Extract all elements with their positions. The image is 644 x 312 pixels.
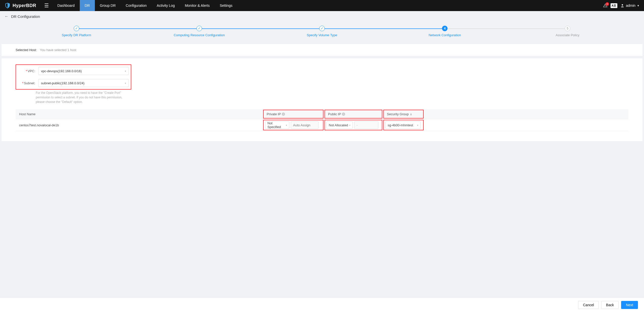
user-menu[interactable]: admin ▼: [620, 4, 639, 8]
user-name: admin: [626, 4, 635, 8]
hosts-table: Host Name Private IP i Public IP i Secur…: [16, 109, 628, 131]
chevron-down-icon: ▾: [417, 124, 418, 127]
svg-point-1: [605, 6, 606, 7]
subnet-label: *Subnet:: [18, 81, 35, 85]
public-ip-input[interactable]: -: [354, 121, 378, 129]
th-private-ip-label: Private IP: [267, 112, 281, 116]
alert-badge: 0: [606, 2, 609, 6]
step-label: Specify Volume Type: [307, 33, 337, 37]
selected-host-label: Selected Host:: [16, 48, 37, 52]
chevron-down-icon: ▾: [349, 124, 350, 127]
step-label: Specify DR Platform: [62, 33, 91, 37]
chevron-down-icon: ▾: [125, 82, 126, 85]
step-label: Computing Resource Configuration: [174, 33, 225, 37]
th-security-group-label: Security Group: [387, 112, 409, 116]
topbar-right: 0 A文 admin ▼: [603, 3, 644, 8]
step-2: ✓ Computing Resource Configuration: [138, 26, 261, 37]
step-4: 4 Network Configuration: [383, 26, 506, 37]
step-connector: [322, 28, 445, 29]
hamburger-menu-icon[interactable]: ☰: [41, 3, 52, 9]
sort-icon: ▲▼: [410, 113, 412, 115]
security-group-value: sg-4b00-mhmtest: [388, 123, 413, 127]
nav-configuration[interactable]: Configuration: [121, 0, 152, 11]
subnet-row: *Subnet: subnet-public(192.168.0.0/24) ▾: [18, 79, 129, 87]
public-ip-mode-select[interactable]: Not Allocated ▾: [327, 121, 353, 129]
vpc-row: *VPC: vpc-devops(192.168.0.0/16) ▾: [18, 67, 129, 75]
nav-group-dr[interactable]: Group DR: [95, 0, 121, 11]
step-1: ✓ Specify DR Platform: [15, 26, 138, 37]
th-private-ip: Private IP i: [263, 110, 324, 119]
nav-activity-log[interactable]: Activity Log: [152, 0, 180, 11]
page-title: DR Configuration: [11, 14, 40, 19]
private-ip-mode-value: Not Specified: [267, 121, 286, 129]
alerts-icon-button[interactable]: 0: [603, 3, 608, 8]
selected-host-value: You have selected 1 host: [40, 48, 76, 52]
user-icon: [620, 4, 624, 8]
cell-security-group: sg-4b00-mhmtest ▾: [383, 120, 424, 130]
network-config-card: *VPC: vpc-devops(192.168.0.0/16) ▾ *Subn…: [2, 58, 642, 141]
nav-settings[interactable]: Settings: [215, 0, 238, 11]
step-connector: [199, 28, 322, 29]
lang-label: A文: [611, 3, 617, 8]
step-label: Associate Policy: [556, 33, 580, 37]
check-icon: ✓: [198, 27, 200, 30]
step-3: ✓ Specify Volume Type: [261, 26, 383, 37]
selected-host-row: Selected Host: You have selected 1 host: [16, 48, 628, 52]
vpc-label: *VPC:: [18, 69, 35, 73]
topbar: HyperBDR ☰ Dashboard DR Group DR Configu…: [0, 0, 644, 11]
subnet-helper-text: For the OpenStack platform, you need to …: [36, 91, 126, 104]
vpc-select-value: vpc-devops(192.168.0.0/16): [41, 69, 82, 73]
info-icon[interactable]: i: [342, 112, 345, 116]
back-arrow-icon[interactable]: ←: [5, 14, 9, 19]
step-circle-current: 4: [442, 26, 448, 31]
th-security-group[interactable]: Security Group ▲▼: [383, 110, 424, 119]
check-icon: ✓: [321, 27, 323, 30]
selected-host-card: Selected Host: You have selected 1 host: [2, 44, 642, 56]
nav-dr[interactable]: DR: [80, 0, 95, 11]
nav-monitor-alerts[interactable]: Monitor & Alerts: [180, 0, 215, 11]
info-icon[interactable]: i: [282, 112, 285, 116]
step-circle-pending: 5: [565, 26, 570, 31]
th-host-name: Host Name: [16, 109, 263, 119]
wizard-steps: ✓ Specify DR Platform ✓ Computing Resour…: [0, 22, 644, 44]
public-ip-mode-value: Not Allocated: [329, 123, 348, 127]
th-spacer: [424, 109, 628, 119]
check-icon: ✓: [75, 27, 78, 30]
step-label: Network Configuration: [429, 33, 461, 37]
private-ip-input[interactable]: [291, 121, 318, 129]
shield-logo-icon: [5, 3, 11, 9]
step-circle-done: ✓: [196, 26, 202, 31]
table-row: centos7test.novalocal-de1b Not Specified…: [16, 119, 628, 131]
logo-area: HyperBDR: [0, 3, 41, 9]
cell-spacer: [424, 122, 628, 128]
th-public-ip-label: Public IP: [328, 112, 341, 116]
vpc-subnet-highlight: *VPC: vpc-devops(192.168.0.0/16) ▾ *Subn…: [16, 64, 131, 90]
private-ip-mode-select[interactable]: Not Specified ▾: [265, 121, 289, 129]
vpc-select[interactable]: vpc-devops(192.168.0.0/16) ▾: [38, 67, 129, 75]
chevron-down-icon: ▾: [125, 70, 126, 72]
subnet-select-value: subnet-public(192.168.0.0/24): [41, 81, 85, 85]
th-public-ip: Public IP i: [325, 110, 382, 119]
nav-items: Dashboard DR Group DR Configuration Acti…: [52, 0, 237, 11]
step-circle-done: ✓: [319, 26, 325, 31]
step-5: 5 Associate Policy: [506, 26, 629, 37]
step-connector: [76, 28, 199, 29]
language-toggle[interactable]: A文: [611, 3, 617, 8]
table-header: Host Name Private IP i Public IP i Secur…: [16, 109, 628, 119]
cell-host-name: centos7test.novalocal-de1b: [16, 120, 263, 130]
svg-point-2: [622, 4, 623, 6]
breadcrumb: ← DR Configuration: [0, 11, 644, 22]
caret-down-icon: ▼: [637, 4, 639, 7]
nav-dashboard[interactable]: Dashboard: [52, 0, 80, 11]
step-circle-done: ✓: [74, 26, 79, 31]
subnet-select[interactable]: subnet-public(192.168.0.0/24) ▾: [38, 79, 129, 87]
step-connector: [445, 28, 568, 29]
security-group-select[interactable]: sg-4b00-mhmtest ▾: [385, 121, 421, 129]
cell-public-ip: Not Allocated ▾ -: [325, 120, 382, 130]
app-name: HyperBDR: [13, 3, 36, 8]
chevron-down-icon: ▾: [286, 124, 287, 127]
cell-private-ip: Not Specified ▾: [263, 120, 324, 130]
